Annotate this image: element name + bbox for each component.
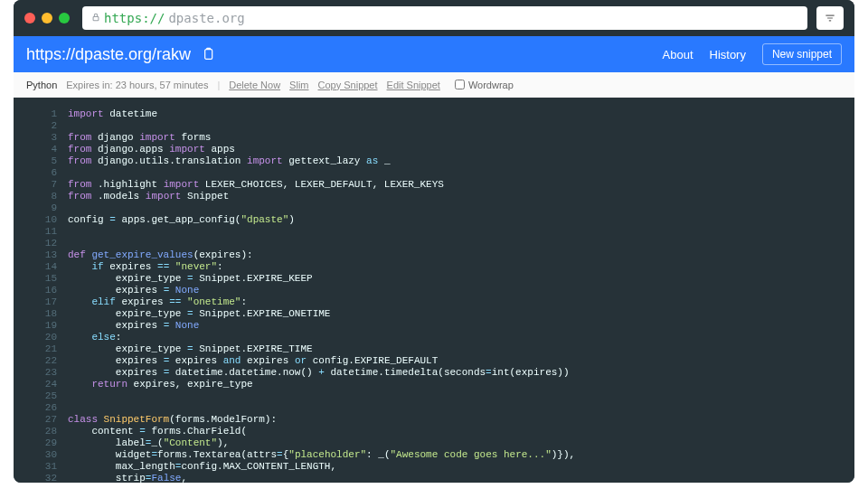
line-number: 6	[14, 167, 57, 179]
line-number: 25	[14, 390, 57, 402]
code-line	[68, 238, 575, 249]
line-number: 10	[14, 214, 57, 226]
code-line: if expires == "never":	[68, 261, 575, 273]
line-number: 21	[14, 343, 57, 355]
edit-snippet-link[interactable]: Edit Snippet	[387, 80, 440, 90]
code-line: def get_expire_values(expires):	[68, 249, 575, 261]
code-viewer[interactable]: 1234567891011121314151617181920212223242…	[14, 98, 854, 483]
titlebar: https://dpaste.org	[14, 0, 854, 36]
line-number: 20	[14, 332, 57, 343]
line-number: 2	[14, 120, 57, 132]
close-window-button[interactable]	[24, 13, 35, 23]
line-number: 30	[14, 449, 57, 461]
history-link[interactable]: History	[710, 48, 746, 61]
code-line: strip=False,	[68, 473, 575, 483]
line-number: 15	[14, 273, 57, 285]
line-number: 18	[14, 308, 57, 320]
code-line: else:	[68, 332, 575, 343]
delete-now-link[interactable]: Delete Now	[229, 80, 280, 90]
code-line: expires = datetime.datetime.now() + date…	[68, 367, 575, 379]
line-number: 23	[14, 367, 57, 379]
snippet-url-title: https://dpaste.org/rakw	[26, 45, 191, 64]
code-line	[68, 167, 575, 179]
about-link[interactable]: About	[663, 48, 693, 61]
page-header: https://dpaste.org/rakw About History Ne…	[14, 36, 854, 72]
code-line: return expires, expire_type	[68, 379, 575, 390]
svg-rect-0	[93, 17, 99, 21]
browser-menu-button[interactable]	[816, 6, 844, 30]
code-line: expire_type = Snippet.EXPIRE_KEEP	[68, 273, 575, 285]
line-number: 5	[14, 155, 57, 167]
code-line: expires = None	[68, 285, 575, 296]
code-line: expire_type = Snippet.EXPIRE_TIME	[68, 343, 575, 355]
app-window: https://dpaste.org https://dpaste.org/ra…	[14, 0, 854, 483]
minimize-window-button[interactable]	[42, 13, 52, 23]
line-number: 17	[14, 296, 57, 308]
line-number: 1	[14, 108, 57, 120]
snippet-toolbar: Python Expires in: 23 hours, 57 minutes …	[14, 72, 854, 98]
code-line	[68, 226, 575, 238]
code-line: widget=forms.Textarea(attrs={"placeholde…	[68, 449, 575, 461]
address-bar[interactable]: https://dpaste.org	[82, 6, 807, 30]
line-number: 31	[14, 461, 57, 473]
code-line: import datetime	[68, 108, 575, 120]
line-number: 28	[14, 426, 57, 437]
code-line: from .models import Snippet	[68, 191, 575, 202]
code-line: max_length=config.MAX_CONTENT_LENGTH,	[68, 461, 575, 473]
code-line: expires = None	[68, 320, 575, 332]
line-number: 9	[14, 202, 57, 214]
line-number: 4	[14, 144, 57, 155]
code-line: expire_type = Snippet.EXPIRE_ONETIME	[68, 308, 575, 320]
toolbar-divider: |	[217, 80, 220, 90]
line-number: 3	[14, 132, 57, 144]
code-line: expires = expires and expires or config.…	[68, 355, 575, 367]
line-number: 19	[14, 320, 57, 332]
url-host: dpaste.org	[168, 11, 244, 25]
code-line	[68, 390, 575, 402]
code-line: content = forms.CharField(	[68, 426, 575, 437]
code-line: class SnippetForm(forms.ModelForm):	[68, 414, 575, 426]
code-content: import datetime from django import forms…	[68, 108, 593, 483]
line-number: 16	[14, 285, 57, 296]
code-line: from django import forms	[68, 132, 575, 144]
code-line: label=_("Content"),	[68, 437, 575, 449]
line-number: 22	[14, 355, 57, 367]
window-controls	[24, 13, 70, 23]
url-protocol: https://	[104, 11, 165, 25]
code-line: from django.apps import apps	[68, 144, 575, 155]
line-number: 27	[14, 414, 57, 426]
lock-icon	[91, 12, 100, 24]
slim-link[interactable]: Slim	[289, 80, 308, 90]
language-label: Python	[26, 80, 57, 90]
wordwrap-checkbox[interactable]	[455, 80, 465, 89]
new-snippet-button[interactable]: New snippet	[762, 43, 842, 65]
expires-label: Expires in: 23 hours, 57 minutes	[66, 80, 208, 90]
copy-url-icon[interactable]	[200, 46, 216, 62]
line-number: 8	[14, 191, 57, 202]
code-line	[68, 402, 575, 414]
line-number: 26	[14, 402, 57, 414]
svg-rect-4	[205, 50, 212, 60]
maximize-window-button[interactable]	[59, 13, 70, 23]
wordwrap-toggle[interactable]: Wordwrap	[455, 80, 514, 90]
line-number: 32	[14, 473, 57, 483]
line-gutter: 1234567891011121314151617181920212223242…	[14, 108, 68, 483]
line-number: 24	[14, 379, 57, 390]
code-line: from django.utils.translation import get…	[68, 155, 575, 167]
line-number: 29	[14, 437, 57, 449]
wordwrap-label: Wordwrap	[468, 80, 514, 90]
code-line: config = apps.get_app_config("dpaste")	[68, 214, 575, 226]
line-number: 7	[14, 179, 57, 191]
code-line	[68, 202, 575, 214]
code-line	[68, 120, 575, 132]
code-line: from .highlight import LEXER_CHOICES, LE…	[68, 179, 575, 191]
line-number: 12	[14, 238, 57, 249]
line-number: 14	[14, 261, 57, 273]
line-number: 11	[14, 226, 57, 238]
line-number: 13	[14, 249, 57, 261]
copy-snippet-link[interactable]: Copy Snippet	[318, 80, 378, 90]
code-line: elif expires == "onetime":	[68, 296, 575, 308]
